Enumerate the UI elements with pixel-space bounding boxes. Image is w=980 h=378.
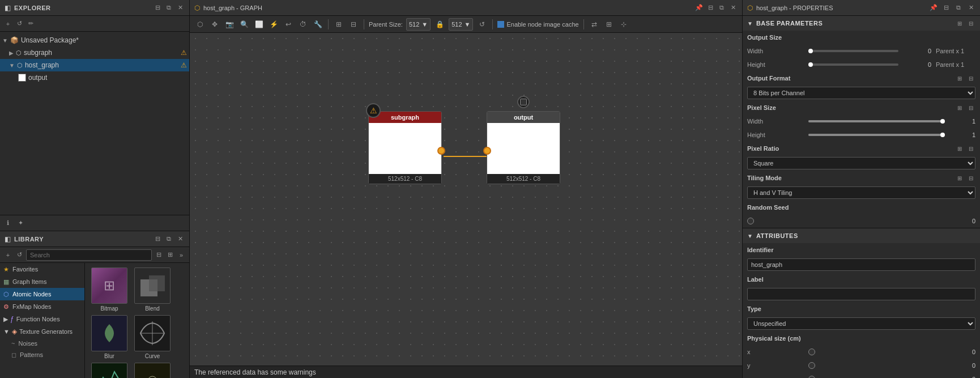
tool-wrench[interactable]: 🔧 xyxy=(312,19,323,30)
prop-close[interactable]: ✕ xyxy=(966,3,975,12)
explorer-float[interactable]: ⧉ xyxy=(164,3,173,12)
width-slider[interactable] xyxy=(808,50,898,52)
pixel-width-slider-container[interactable] xyxy=(808,120,943,122)
type-select[interactable]: Unspecified Albedo Normal xyxy=(747,317,975,330)
tool-grid2[interactable]: ⊟ xyxy=(348,19,359,30)
physical-x-circle[interactable] xyxy=(808,349,815,355)
cache-checkbox-label[interactable]: Enable node image cache xyxy=(497,21,578,28)
explorer-add[interactable]: + xyxy=(3,19,12,28)
lib-item-fxmap-nodes[interactable]: ⚙ FxMap Nodes xyxy=(0,300,84,313)
library-search-input[interactable] xyxy=(26,249,152,261)
tool-select[interactable]: ⬡ xyxy=(194,19,206,30)
lib-item-graph-items[interactable]: ▦ Graph Items xyxy=(0,275,84,288)
base-params-icon2[interactable]: ⊟ xyxy=(966,19,975,28)
library-filter-btn[interactable]: ⊟ xyxy=(154,250,163,260)
library-float[interactable]: ⧉ xyxy=(164,235,173,244)
lib-tile-row2-3[interactable]: Levels xyxy=(133,363,172,378)
tool-bend[interactable]: ↩ xyxy=(283,19,294,30)
subgraph-graph-node[interactable]: ⚠ subgraph 512x512 - C8 xyxy=(368,111,442,184)
parent-size-dropdown[interactable]: 512 ▼ xyxy=(406,18,431,31)
lib-sub-noises[interactable]: ~ Noises xyxy=(0,338,84,349)
graph-float[interactable]: ⧉ xyxy=(717,3,726,12)
size-dropdown-2[interactable]: 512 ▼ xyxy=(449,18,473,31)
lib-sub-patterns[interactable]: ◻ Patterns xyxy=(0,349,84,360)
library-add-btn[interactable]: + xyxy=(3,250,12,260)
tool-zoom[interactable]: 🔍 xyxy=(238,19,250,30)
graph-minimize[interactable]: ⊟ xyxy=(706,3,715,12)
identifier-input[interactable] xyxy=(747,258,975,271)
reset-icon[interactable]: ↺ xyxy=(476,19,488,30)
lib-tile-row2-1[interactable]: Curve xyxy=(133,315,172,359)
subgraph-right-port[interactable] xyxy=(437,147,445,155)
graph-close[interactable]: ✕ xyxy=(728,3,738,12)
height-slider[interactable] xyxy=(808,63,898,66)
tool-time[interactable]: ⏱ xyxy=(297,19,309,30)
tool-grid[interactable]: ⊞ xyxy=(333,19,344,30)
tiling-mode-select[interactable]: H and V Tiling No Tiling xyxy=(747,186,975,199)
tree-output[interactable]: output xyxy=(0,71,189,84)
output-format-icon2[interactable]: ⊟ xyxy=(966,74,975,83)
lock-icon[interactable]: 🔒 xyxy=(434,19,445,30)
lib-item-atomic-nodes[interactable]: ⬡ Atomic Nodes xyxy=(0,288,84,300)
tree-package[interactable]: ▼ 📦 Unsaved Package* xyxy=(0,34,189,46)
lib-tile-blend[interactable]: Blend xyxy=(133,267,172,312)
tree-host-graph[interactable]: ▼ ⬡ host_graph ⚠ xyxy=(0,59,189,71)
pixel-width-slider[interactable] xyxy=(808,120,943,122)
physical-y-circle[interactable] xyxy=(808,362,815,369)
lib-tile-bitmap[interactable]: Bitmap xyxy=(90,267,129,312)
library-sort-btn[interactable]: ⊞ xyxy=(165,250,174,260)
width-slider-container[interactable] xyxy=(808,50,898,52)
tool-frame[interactable]: ⬜ xyxy=(253,19,265,30)
output-format-icon1[interactable]: ⊞ xyxy=(955,74,964,83)
pixel-height-slider[interactable] xyxy=(808,134,943,136)
physical-z-circle[interactable] xyxy=(808,376,815,378)
pixel-ratio-icon1[interactable]: ⊞ xyxy=(955,144,964,153)
tree-subgraph[interactable]: ▶ ⬡ subgraph ⚠ xyxy=(0,46,189,59)
lib-tile-blur[interactable]: Blur xyxy=(90,315,129,359)
tool-connect[interactable]: ⚡ xyxy=(268,19,279,30)
lib-texture-generators-toggle[interactable]: ▼ ◈ Texture Generators xyxy=(0,325,84,338)
pixel-size-icon2[interactable]: ⊟ xyxy=(966,103,975,112)
layout-icon[interactable]: ⊞ xyxy=(603,19,615,30)
prop-pin[interactable]: 📌 xyxy=(929,3,938,12)
base-parameters-header[interactable]: ▼ BASE PARAMETERS ⊞ ⊟ xyxy=(743,16,980,31)
library-minimize[interactable]: ⊟ xyxy=(153,235,162,244)
tiling-mode-icon1[interactable]: ⊞ xyxy=(955,173,964,182)
explorer-edit[interactable]: ✏ xyxy=(26,19,35,28)
library-refresh-btn[interactable]: ↺ xyxy=(15,250,24,260)
library-more-btn[interactable]: » xyxy=(177,250,186,260)
view-toggle[interactable]: ⇄ xyxy=(589,19,600,30)
tool-move[interactable]: ✥ xyxy=(209,19,220,30)
output-graph-node[interactable]: output 512x512 - C8 xyxy=(487,111,560,184)
label-input[interactable] xyxy=(747,288,975,300)
height-slider-container[interactable] xyxy=(808,63,898,66)
tiling-mode-icon2[interactable]: ⊟ xyxy=(966,173,975,182)
attributes-header[interactable]: ▼ ATTRIBUTES xyxy=(743,228,980,243)
explorer-close[interactable]: ✕ xyxy=(176,3,185,12)
explorer-bottom-icon2[interactable]: ✦ xyxy=(16,219,25,228)
output-format-select[interactable]: 8 Bits per Channel 16 Bits per Channel xyxy=(747,87,975,99)
pixel-height-slider-container[interactable] xyxy=(808,134,943,136)
lib-item-favorites[interactable]: ★ Favorites xyxy=(0,263,84,275)
prop-minimize[interactable]: ⊟ xyxy=(941,3,951,12)
graph-pin[interactable]: 📌 xyxy=(694,3,704,12)
tool-camera[interactable]: 📷 xyxy=(224,19,235,30)
library-close[interactable]: ✕ xyxy=(176,235,185,244)
pixel-size-label: Pixel Size xyxy=(747,104,804,111)
pixel-ratio-icon2[interactable]: ⊟ xyxy=(966,144,975,153)
base-params-icon1[interactable]: ⊞ xyxy=(955,19,964,28)
random-seed-circle[interactable] xyxy=(747,218,754,224)
cache-checkbox[interactable] xyxy=(497,21,504,28)
lib-tile-row2-2[interactable]: Gradient xyxy=(90,363,129,378)
explorer-bottom-icon1[interactable]: ℹ xyxy=(3,219,12,228)
pixel-ratio-select[interactable]: Square NTSC PAL xyxy=(747,157,975,169)
pixel-size-icon1[interactable]: ⊞ xyxy=(955,103,964,112)
graph-canvas[interactable]: ⚠ subgraph 512x512 - C8 output 512x512 -… xyxy=(190,33,742,366)
explorer-refresh[interactable]: ↺ xyxy=(15,19,24,28)
lib-function-nodes-toggle[interactable]: ▶ ƒ Function Nodes xyxy=(0,313,84,325)
prop-float[interactable]: ⧉ xyxy=(954,3,963,12)
output-format-label: Output Format xyxy=(747,75,804,82)
snap-icon[interactable]: ⊹ xyxy=(618,19,629,30)
output-left-port[interactable] xyxy=(483,147,491,155)
explorer-minimize[interactable]: ⊟ xyxy=(153,3,162,12)
